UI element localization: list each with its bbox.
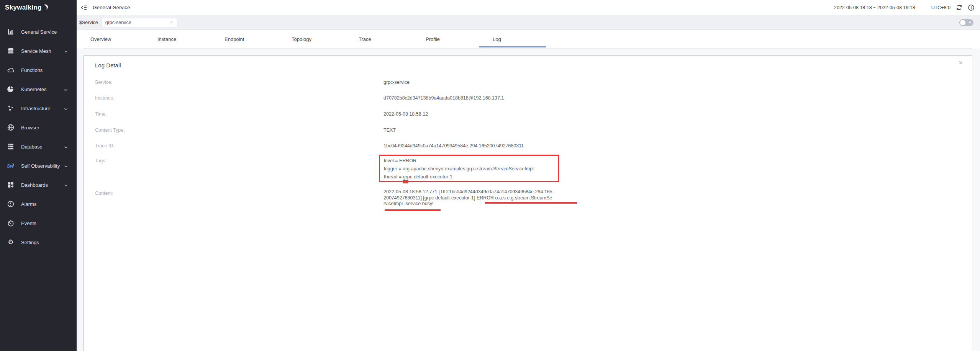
red-underline-annotation (485, 202, 577, 204)
service-variable-label: $Service (79, 20, 98, 25)
timer-icon (7, 219, 15, 227)
field-label-service: Service: (95, 80, 112, 85)
tab-endpoint[interactable]: Endpoint (211, 30, 278, 49)
field-label-time: Time: (95, 111, 107, 117)
layers-icon (7, 47, 15, 55)
chevron-down-icon (64, 183, 68, 189)
sidebar-item-dashboards[interactable]: Dashboards (0, 175, 77, 194)
sidebar-item-browser[interactable]: Browser (0, 118, 77, 137)
gear-icon: ⚙ (7, 238, 15, 246)
field-label-tags: Tags: (95, 158, 107, 163)
dots-icon (7, 104, 15, 112)
tabs-bar: Overview Instance Endpoint Topology Trac… (77, 30, 980, 49)
tab-overview[interactable]: Overview (77, 30, 144, 49)
toggle-knob (960, 20, 965, 25)
sidebar-item-label: Events (21, 220, 36, 226)
top-header: General-Service 2022-05-08 18:18 ~ 2022-… (77, 0, 980, 15)
sidebar-item-label: Database (21, 144, 43, 150)
sidebar-item-label: Dashboards (21, 182, 48, 188)
sidebar-item-alarms[interactable]: Alarms (0, 194, 77, 214)
sidebar-item-kubernetes[interactable]: Kubernetes (0, 80, 77, 99)
tag-line: level = ERROR (384, 157, 554, 165)
tabs-divider (84, 48, 972, 49)
panel-title: Log Detail (95, 62, 121, 69)
sidebar-item-functions[interactable]: Functions (0, 60, 77, 80)
sidebar-item-events[interactable]: Events (0, 214, 77, 233)
tag-line: thread = grpc-default-executor-1 (384, 173, 554, 181)
tags-annotation-box: level = ERROR logger = org.apache.shenyu… (379, 155, 559, 182)
chevron-down-icon (64, 106, 68, 112)
pie-chart-icon (7, 85, 15, 93)
sw-logo-icon: Sw (7, 162, 15, 170)
field-label-trace-id: Trace ID: (95, 143, 115, 149)
app-logo-text: Skywalking (5, 4, 42, 11)
sidebar-item-database[interactable]: Database (0, 137, 77, 156)
chevron-down-icon (64, 164, 68, 170)
variables-bar: $Service grpc-service V (77, 15, 980, 30)
tab-trace[interactable]: Trace (345, 30, 412, 49)
field-label-content-type: Content Type: (95, 127, 125, 133)
tab-instance[interactable]: Instance (144, 30, 211, 49)
field-value-trace-id: 1bc04d9244d349c0a74a14709349584e.294.165… (383, 143, 524, 149)
info-icon[interactable] (967, 4, 975, 11)
sidebar-item-label: Functions (21, 67, 43, 73)
timezone-setting[interactable]: UTC+8:0 (931, 5, 951, 10)
main-area: General-Service 2022-05-08 18:18 ~ 2022-… (77, 0, 980, 351)
sidebar-menu: General Service Service Mesh Functions (0, 22, 77, 252)
service-select-value: grpc-service (105, 20, 169, 25)
chevron-down-icon (64, 87, 68, 93)
sidebar-item-label: Service Mesh (21, 48, 51, 54)
chevron-down-icon (64, 49, 68, 55)
cloud-icon (7, 66, 15, 74)
chevron-down-icon (64, 145, 68, 150)
field-value-instance: d70782b8c2d347138b9a4aada018b818@192.168… (383, 95, 504, 101)
sidebar-item-settings[interactable]: ⚙ Settings (0, 233, 77, 252)
sidebar-item-label: Self Observability (21, 163, 60, 169)
tab-log[interactable]: Log (479, 30, 546, 49)
sidebar: Skywalking General Service Ser (0, 0, 77, 351)
sidebar-item-general-service[interactable]: General Service (0, 22, 77, 41)
tab-profile[interactable]: Profile (412, 30, 479, 49)
close-icon[interactable]: × (959, 59, 963, 66)
toggle-label: V (969, 19, 971, 26)
sidebar-item-label: Alarms (21, 201, 36, 207)
sidebar-item-label: Kubernetes (21, 87, 47, 92)
alert-icon (7, 200, 15, 208)
time-range-picker[interactable]: 2022-05-08 18:18 ~ 2022-05-08 19:18 (834, 5, 915, 10)
page-title: General-Service (93, 5, 130, 10)
grid-plus-icon (7, 181, 15, 189)
refresh-icon[interactable] (955, 4, 963, 11)
log-content-line: 20074927680311] [grpc-default-executor-1… (383, 195, 552, 201)
sidebar-item-label: Settings (21, 240, 39, 245)
tag-line: logger = org.apache.shenyu.examples.grpc… (384, 165, 554, 173)
chevron-down-icon (169, 20, 174, 24)
crescent-moon-icon (43, 4, 48, 10)
red-underline-annotation (385, 209, 441, 211)
field-value-service: grpc-service (383, 80, 410, 85)
sidebar-item-service-mesh[interactable]: Service Mesh (0, 41, 77, 60)
field-value-content-type: TEXT (383, 127, 396, 133)
sidebar-item-self-observability[interactable]: Sw Self Observability (0, 156, 77, 175)
app-logo[interactable]: Skywalking (5, 4, 48, 11)
log-content-line: 2022-05-08 18:58:12.771 [TID:1bc04d9244d… (383, 189, 552, 195)
version-toggle[interactable]: V (959, 19, 973, 26)
log-content: 2022-05-08 18:58:12.771 [TID:1bc04d9244d… (383, 189, 552, 207)
sidebar-item-label: Infrastructure (21, 106, 51, 111)
log-detail-panel: Log Detail × Service: grpc-service Insta… (84, 56, 972, 351)
sidebar-item-infrastructure[interactable]: Infrastructure (0, 99, 77, 118)
sidebar-item-label: Browser (21, 125, 39, 131)
sidebar-item-label: General Service (21, 29, 57, 35)
bar-chart-icon (7, 28, 15, 36)
red-tick-annotation (403, 180, 408, 183)
service-select[interactable]: grpc-service (102, 18, 177, 27)
collapse-sidebar-icon[interactable] (80, 4, 88, 11)
field-value-time: 2022-05-08 18:58:12 (383, 111, 428, 117)
tab-topology[interactable]: Topology (278, 30, 345, 49)
globe-icon (7, 124, 15, 131)
field-label-instance: Instance: (95, 95, 115, 101)
server-icon (7, 143, 15, 150)
field-label-content: Content: (95, 191, 113, 196)
